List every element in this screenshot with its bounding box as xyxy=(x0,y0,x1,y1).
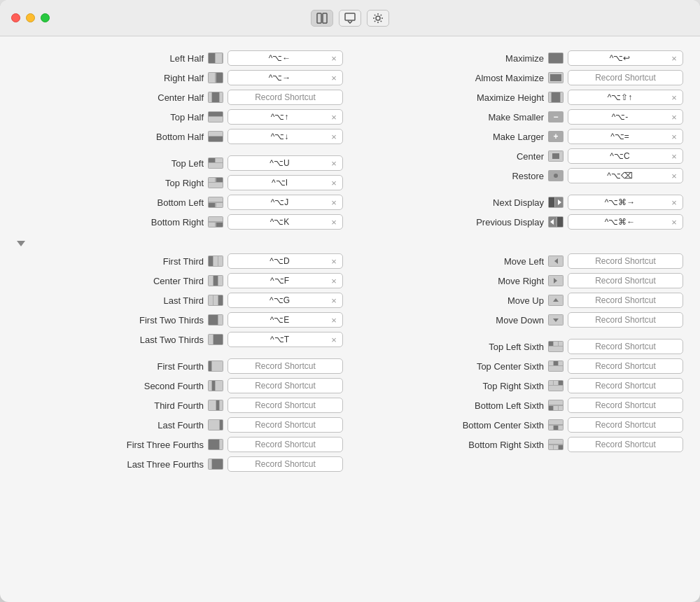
clear-button[interactable]: × xyxy=(328,314,340,326)
clear-button[interactable]: × xyxy=(668,131,680,142)
collapse-triangle[interactable] xyxy=(17,241,25,246)
svg-rect-41 xyxy=(549,197,554,207)
shortcut-field[interactable]: Record Shortcut xyxy=(227,417,343,433)
shortcut-field[interactable]: Record Shortcut xyxy=(568,437,683,452)
shortcut-row: Move Right Record Shortcut xyxy=(357,273,683,288)
shortcut-field[interactable]: ^⌥J × xyxy=(227,195,343,210)
svg-rect-73 xyxy=(212,459,223,469)
shortcut-text: ^⌥↩ xyxy=(571,53,668,63)
clear-button[interactable]: × xyxy=(328,131,340,142)
shortcut-field[interactable]: ^⌥⌘→ × xyxy=(568,195,683,210)
clear-button[interactable]: × xyxy=(328,177,340,188)
clear-button[interactable]: × xyxy=(668,150,680,162)
svg-rect-26 xyxy=(216,223,223,227)
shortcut-field[interactable]: ^⌥K × xyxy=(227,214,343,230)
clear-button[interactable]: × xyxy=(328,216,340,227)
shortcut-row: Last Three Fourths Record Shortcut xyxy=(17,456,343,472)
maximize-button[interactable] xyxy=(41,13,50,22)
clear-button[interactable]: × xyxy=(328,275,340,286)
svg-rect-31 xyxy=(549,92,551,102)
shortcut-field[interactable]: Record Shortcut xyxy=(568,70,683,85)
svg-rect-20 xyxy=(209,183,223,188)
shortcut-field[interactable]: Record Shortcut xyxy=(227,358,343,374)
clear-button[interactable]: × xyxy=(668,216,680,227)
shortcut-field[interactable]: Record Shortcut xyxy=(227,437,343,452)
shortcut-field[interactable]: ^⌥⇧↑ × xyxy=(568,90,683,105)
shortcut-field[interactable]: Record Shortcut xyxy=(568,378,683,393)
shortcut-field[interactable]: ^⌥- × xyxy=(568,109,683,125)
shortcut-field[interactable]: ^⌥= × xyxy=(568,129,683,144)
shortcut-field[interactable]: Record Shortcut xyxy=(568,312,683,328)
svg-rect-67 xyxy=(220,400,223,410)
shortcut-field[interactable]: Record Shortcut xyxy=(568,273,683,288)
settings-button[interactable] xyxy=(367,10,389,27)
row-label: Previous Display xyxy=(476,217,544,227)
clear-button[interactable]: × xyxy=(328,295,340,306)
clear-button[interactable]: × xyxy=(668,197,680,208)
clear-button[interactable]: × xyxy=(668,111,680,122)
shortcut-field[interactable]: Record Shortcut xyxy=(568,293,683,308)
shortcut-field[interactable]: ^⌥G × xyxy=(227,293,343,308)
clear-button[interactable]: × xyxy=(328,72,340,83)
svg-rect-100 xyxy=(554,426,558,430)
shortcut-field[interactable]: Record Shortcut xyxy=(568,398,683,413)
shortcut-field[interactable]: ^⌥⌘← × xyxy=(568,214,683,230)
shortcut-field[interactable]: Record Shortcut xyxy=(568,339,683,354)
shortcut-field[interactable]: Record Shortcut xyxy=(568,417,683,433)
shortcut-text: ^⌥E xyxy=(231,315,328,325)
shortcut-field[interactable]: ^⌥→ × xyxy=(227,70,343,85)
svg-rect-60 xyxy=(209,361,211,371)
content-area: Left Half ^⌥← × Right Half ^⌥→ × Center … xyxy=(0,36,700,602)
row-label: Bottom Right xyxy=(151,217,204,227)
svg-rect-90 xyxy=(549,381,553,385)
clear-button[interactable]: × xyxy=(328,197,340,208)
svg-rect-83 xyxy=(554,342,558,346)
icon-preview xyxy=(548,400,564,411)
row-label: First Third xyxy=(163,256,204,267)
shortcut-field[interactable]: ^⌥← × xyxy=(227,50,343,66)
clear-button[interactable]: × xyxy=(668,170,680,181)
shortcut-field[interactable]: Record Shortcut xyxy=(227,90,343,105)
svg-rect-93 xyxy=(549,386,563,391)
shortcut-field[interactable]: Record Shortcut xyxy=(227,398,343,413)
shortcut-field[interactable]: ^⌥U × xyxy=(227,155,343,171)
shortcut-text: ^⌥I xyxy=(231,178,328,188)
shortcut-field[interactable]: ^⌥T × xyxy=(227,332,343,347)
shortcut-row: Top Left Sixth Record Shortcut xyxy=(357,339,683,354)
shortcut-field[interactable]: Record Shortcut xyxy=(568,358,683,374)
shortcut-field[interactable]: Record Shortcut xyxy=(227,378,343,393)
left-section: Left Half ^⌥← × Right Half ^⌥→ × Center … xyxy=(17,50,343,234)
minimize-button[interactable] xyxy=(26,13,35,22)
svg-rect-0 xyxy=(317,13,321,23)
snap-view-button[interactable] xyxy=(339,10,361,27)
clear-button[interactable]: × xyxy=(668,92,680,103)
shortcut-field[interactable]: ^⌥D × xyxy=(227,253,343,269)
shortcut-field[interactable]: ^⌥C × xyxy=(568,148,683,164)
row-label: Bottom Left xyxy=(158,197,204,208)
thirds-columns: First Third ^⌥D × Center Third ^⌥F × Las… xyxy=(17,253,683,476)
layout-view-button[interactable] xyxy=(311,10,333,27)
close-button[interactable] xyxy=(11,13,20,22)
shortcut-field[interactable]: ^⌥↓ × xyxy=(227,129,343,144)
clear-button[interactable]: × xyxy=(668,52,680,64)
clear-button[interactable]: × xyxy=(328,52,340,64)
shortcut-text: Record Shortcut xyxy=(571,256,680,266)
shortcut-field[interactable]: Record Shortcut xyxy=(568,253,683,269)
shortcut-row: Move Up Record Shortcut xyxy=(357,293,683,308)
shortcut-field[interactable]: ^⌥E × xyxy=(227,312,343,328)
clear-button[interactable]: × xyxy=(328,255,340,267)
clear-button[interactable]: × xyxy=(328,111,340,122)
shortcut-field[interactable]: ^⌥F × xyxy=(227,273,343,288)
shortcut-field[interactable]: ^⌥I × xyxy=(227,175,343,190)
svg-rect-57 xyxy=(218,315,223,325)
shortcut-field[interactable]: ^⌥↑ × xyxy=(227,109,343,125)
shortcut-field[interactable]: ^⌥⌫ × xyxy=(568,168,683,183)
icon-preview xyxy=(208,275,223,286)
clear-button[interactable]: × xyxy=(328,334,340,345)
shortcut-field[interactable]: Record Shortcut xyxy=(227,456,343,472)
clear-button[interactable]: × xyxy=(328,158,340,169)
svg-rect-15 xyxy=(209,158,215,162)
shortcut-field[interactable]: ^⌥↩ × xyxy=(568,50,683,66)
shortcut-text: Record Shortcut xyxy=(571,73,680,83)
svg-rect-16 xyxy=(216,158,223,162)
